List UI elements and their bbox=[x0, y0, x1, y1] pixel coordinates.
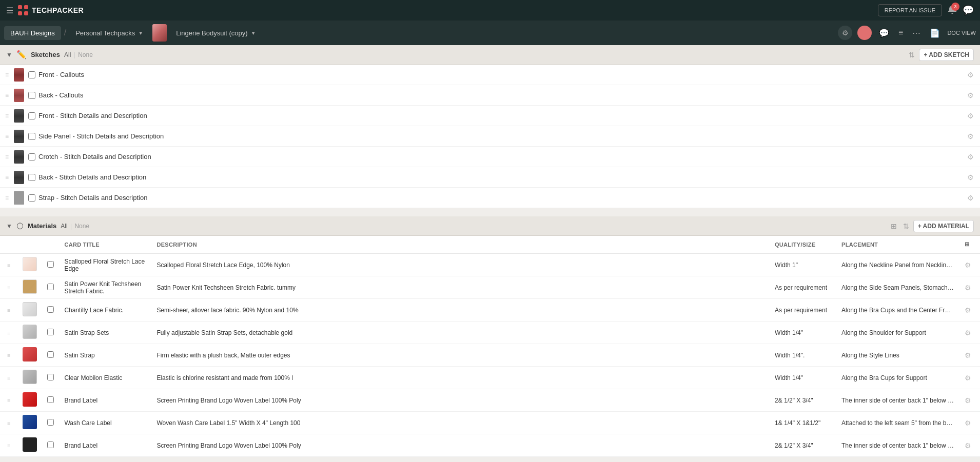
drag-handle-icon[interactable]: ≡ bbox=[4, 92, 10, 98]
drag-handle-icon[interactable]: ≡ bbox=[4, 113, 10, 119]
row-drag-handle[interactable]: ≡ bbox=[0, 367, 17, 389]
sketch-checkbox[interactable] bbox=[28, 174, 35, 181]
sketch-settings-icon[interactable]: ⚙ bbox=[965, 111, 976, 121]
material-settings-icon[interactable]: ⚙ bbox=[965, 306, 971, 314]
material-settings-cell[interactable]: ⚙ bbox=[959, 389, 980, 412]
comment-icon[interactable]: 💬 bbox=[877, 26, 891, 40]
add-sketch-button[interactable]: + ADD SKETCH bbox=[919, 49, 974, 61]
sketch-checkbox[interactable] bbox=[28, 194, 35, 202]
mat-grid-icon[interactable]: ⊞ bbox=[889, 220, 899, 232]
drag-handle-icon[interactable]: ≡ bbox=[4, 133, 10, 139]
sketch-checkbox[interactable] bbox=[28, 133, 35, 140]
material-settings-cell[interactable]: ⚙ bbox=[959, 299, 980, 322]
material-checkbox[interactable] bbox=[47, 351, 54, 358]
drag-handle-icon[interactable]: ≡ bbox=[4, 154, 10, 160]
avatar[interactable] bbox=[857, 26, 872, 40]
filter-none-label[interactable]: None bbox=[78, 51, 93, 58]
report-issue-button[interactable]: REPORT AN ISSUE bbox=[878, 4, 942, 16]
add-material-button[interactable]: + ADD MATERIAL bbox=[913, 220, 974, 232]
more-options-icon[interactable]: ⋯ bbox=[910, 26, 923, 40]
sketch-checkbox[interactable] bbox=[28, 112, 35, 119]
row-drag-handle[interactable]: ≡ bbox=[0, 412, 17, 434]
techpacks-tab[interactable]: Personal Techpacks ▼ bbox=[69, 26, 149, 40]
material-settings-icon[interactable]: ⚙ bbox=[965, 261, 971, 269]
material-checkbox-cell[interactable] bbox=[42, 434, 59, 457]
sketch-settings-icon[interactable]: ⚙ bbox=[965, 131, 976, 142]
sketch-name: Crotch - Stitch Details and Description bbox=[38, 153, 962, 160]
sketch-settings-icon[interactable]: ⚙ bbox=[965, 90, 976, 101]
product-chevron-icon: ▼ bbox=[251, 30, 256, 36]
material-checkbox-cell[interactable] bbox=[42, 276, 59, 299]
material-settings-cell[interactable]: ⚙ bbox=[959, 367, 980, 389]
workspace-tab[interactable]: BAUH Designs bbox=[4, 26, 61, 40]
material-description-cell: Scalloped Floral Stretch Lace Edge, 100%… bbox=[151, 253, 770, 276]
col-desc-header: DESCRIPTION bbox=[151, 236, 770, 253]
material-settings-icon[interactable]: ⚙ bbox=[965, 419, 971, 427]
chat-icon[interactable]: 💬 bbox=[963, 5, 974, 16]
sketch-checkbox[interactable] bbox=[28, 153, 35, 160]
row-drag-handle[interactable]: ≡ bbox=[0, 389, 17, 412]
doc-view-label[interactable]: DOC VIEW bbox=[947, 30, 976, 36]
drag-handle-icon[interactable]: ≡ bbox=[4, 72, 10, 78]
material-settings-cell[interactable]: ⚙ bbox=[959, 412, 980, 434]
settings-button[interactable]: ⚙ bbox=[838, 26, 852, 40]
row-drag-handle[interactable]: ≡ bbox=[0, 344, 17, 367]
filter-separator: | bbox=[74, 51, 77, 58]
sketch-checkbox[interactable] bbox=[28, 92, 35, 99]
sketch-settings-icon[interactable]: ⚙ bbox=[965, 152, 976, 162]
materials-toggle-icon[interactable]: ▼ bbox=[6, 223, 12, 230]
material-checkbox[interactable] bbox=[47, 396, 54, 403]
material-checkbox-cell[interactable] bbox=[42, 253, 59, 276]
sketch-list-item: ≡ Back - Callouts ⚙ bbox=[0, 85, 980, 106]
material-checkbox-cell[interactable] bbox=[42, 299, 59, 322]
material-checkbox-cell[interactable] bbox=[42, 389, 59, 412]
material-checkbox-cell[interactable] bbox=[42, 322, 59, 344]
material-checkbox[interactable] bbox=[47, 329, 54, 335]
sketch-checkbox[interactable] bbox=[28, 71, 35, 78]
drag-handle-icon[interactable]: ≡ bbox=[4, 174, 10, 180]
material-settings-icon[interactable]: ⚙ bbox=[965, 441, 971, 450]
filter-icon[interactable]: ≡ bbox=[896, 26, 905, 39]
sketch-thumbnail bbox=[13, 108, 25, 124]
material-settings-icon[interactable]: ⚙ bbox=[965, 329, 971, 337]
material-thumbnail-cell bbox=[17, 276, 42, 299]
row-drag-handle[interactable]: ≡ bbox=[0, 322, 17, 344]
material-checkbox-cell[interactable] bbox=[42, 344, 59, 367]
material-settings-cell[interactable]: ⚙ bbox=[959, 253, 980, 276]
material-checkbox[interactable] bbox=[47, 284, 54, 290]
material-checkbox[interactable] bbox=[47, 374, 54, 380]
notifications-icon[interactable]: 3 bbox=[947, 5, 957, 16]
sketch-settings-icon[interactable]: ⚙ bbox=[965, 70, 976, 80]
material-settings-cell[interactable]: ⚙ bbox=[959, 276, 980, 299]
row-drag-handle[interactable]: ≡ bbox=[0, 276, 17, 299]
material-checkbox-cell[interactable] bbox=[42, 367, 59, 389]
row-drag-handle[interactable]: ≡ bbox=[0, 434, 17, 457]
material-settings-icon[interactable]: ⚙ bbox=[965, 396, 971, 405]
material-checkbox[interactable] bbox=[47, 261, 54, 268]
table-column-toggle-icon[interactable]: ⊞ bbox=[965, 241, 969, 247]
filter-all-label[interactable]: All bbox=[64, 51, 71, 58]
mat-filter-all-label[interactable]: All bbox=[61, 223, 67, 230]
sort-icon[interactable]: ⇅ bbox=[909, 51, 915, 59]
sketches-toggle-icon[interactable]: ▼ bbox=[6, 51, 12, 58]
row-drag-handle[interactable]: ≡ bbox=[0, 299, 17, 322]
sketch-settings-icon[interactable]: ⚙ bbox=[965, 172, 976, 183]
material-settings-cell[interactable]: ⚙ bbox=[959, 344, 980, 367]
menu-icon[interactable]: ☰ bbox=[6, 6, 13, 15]
material-checkbox-cell[interactable] bbox=[42, 412, 59, 434]
material-checkbox[interactable] bbox=[47, 419, 54, 426]
drag-handle-icon[interactable]: ≡ bbox=[4, 195, 10, 201]
product-tab[interactable]: Lingerie Bodysuit (copy) ▼ bbox=[170, 26, 262, 40]
row-drag-handle[interactable]: ≡ bbox=[0, 253, 17, 276]
material-settings-icon[interactable]: ⚙ bbox=[965, 374, 971, 382]
material-settings-icon[interactable]: ⚙ bbox=[965, 351, 971, 359]
material-checkbox[interactable] bbox=[47, 306, 54, 313]
material-placement-cell: Along the Side Seam Panels, Stomach Pane… bbox=[836, 276, 959, 299]
mat-filter-none-label[interactable]: None bbox=[74, 223, 89, 230]
material-settings-cell[interactable]: ⚙ bbox=[959, 322, 980, 344]
material-settings-cell[interactable]: ⚙ bbox=[959, 434, 980, 457]
mat-sort-icon[interactable]: ⇅ bbox=[903, 222, 909, 230]
sketch-settings-icon[interactable]: ⚙ bbox=[965, 193, 976, 203]
material-settings-icon[interactable]: ⚙ bbox=[965, 284, 971, 292]
material-checkbox[interactable] bbox=[47, 441, 54, 448]
